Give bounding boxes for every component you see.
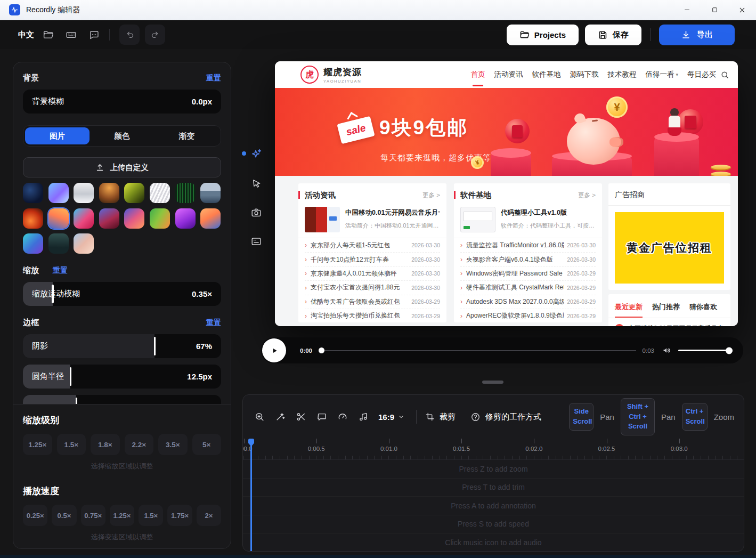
zoom-level-button[interactable]: 1.5× [57, 434, 86, 455]
slider-handle[interactable] [154, 337, 156, 355]
featured-item[interactable]: 代码整理小工具v1.0版 软件简介：代码整理小工具，可按指定行... [454, 205, 602, 238]
background-thumbnail[interactable] [99, 183, 119, 203]
speed-gauge-button[interactable] [336, 410, 349, 424]
border-reset-link[interactable]: 重置 [206, 318, 221, 328]
timeline-zoom-in-button[interactable] [253, 410, 266, 424]
background-type-tab[interactable]: 颜色 [90, 127, 154, 144]
background-thumbnail[interactable] [48, 233, 69, 254]
list-item[interactable]: › 京东部分人每天领1-5元红包 2026-03-30 [305, 238, 440, 252]
speed-button[interactable]: 0.25× [23, 505, 47, 526]
background-thumbnail[interactable] [74, 208, 94, 229]
undo-button[interactable] [119, 25, 140, 45]
maximize-button[interactable] [701, 0, 728, 20]
speed-button[interactable]: 1.75× [167, 505, 192, 526]
trim-help-button[interactable]: 修剪的工作方式 [470, 412, 541, 422]
export-button[interactable]: 导出 [659, 25, 735, 45]
featured-item[interactable]: 中国移动0.01元开网易云音乐月卡 活动简介：中国移动0.01元开通网易云音..… [298, 205, 446, 238]
list-item[interactable]: › 流量监控器 TrafficMonitor v1.86.0版 2026-03-… [460, 238, 596, 252]
list-item[interactable]: › 千问每天10点抢12元打车券 2026-03-30 [305, 252, 440, 266]
background-reset-link[interactable]: 重置 [206, 74, 221, 83]
projects-button[interactable]: Projects [507, 25, 579, 45]
save-button[interactable]: 保存 [585, 25, 641, 45]
background-thumbnail[interactable] [74, 183, 94, 203]
minimize-button[interactable] [673, 0, 701, 20]
timeline-hint-lane[interactable]: Press Z to add zoom [243, 460, 744, 479]
site-nav-item[interactable]: 软件基地▾ [532, 70, 560, 79]
camera-tool-button[interactable] [250, 206, 263, 219]
feedback-icon[interactable] [85, 26, 103, 44]
list-item[interactable]: › Windows密码管理 Password Safe v3.71.0版 202… [460, 266, 596, 280]
background-thumbnail[interactable] [48, 208, 69, 229]
zoom-level-button[interactable]: 1.25× [23, 434, 52, 455]
progress-playhead-dot[interactable] [319, 347, 324, 353]
zoom-reset-link[interactable]: 重置 [53, 266, 68, 276]
site-promo-banner[interactable]: sale 9块9包邮 每天都要来逛哦，超多优惠等着你 ¥ ¥ [275, 88, 738, 176]
background-thumbnail[interactable] [74, 233, 94, 254]
volume-icon[interactable] [662, 345, 672, 355]
list-item[interactable]: › 央视影音客户端v6.0.4.1绿色版 2026-03-30 [460, 252, 596, 266]
timeline-hint-lane[interactable]: Press A to add annotation [243, 497, 744, 515]
play-button[interactable] [262, 338, 286, 362]
open-folder-icon[interactable] [39, 26, 57, 44]
timeline-hint-lane[interactable]: Press S to add speed [243, 515, 744, 534]
shadow-slider[interactable]: 阴影 67% [23, 334, 221, 358]
background-blur-slider[interactable]: 背景模糊 0.0px [23, 90, 221, 114]
list-item[interactable]: › 优酷每天看广告领取会员或红包 2026-03-29 [305, 295, 440, 309]
background-thumbnail[interactable] [48, 183, 69, 203]
timeline-track-lanes[interactable]: Press Z to add zoom Press T to add trim … [243, 460, 744, 551]
background-thumbnail[interactable] [175, 208, 196, 229]
ranking-tab[interactable]: 猜你喜欢 [689, 302, 717, 312]
site-nav-item[interactable]: 首页▾ [470, 70, 485, 79]
video-preview-frame[interactable]: 虎 耀虎资源 YAOHUZIYUAN 首页▾ 活动资讯▾ 软件基地▾ 源码下载▾… [275, 61, 738, 326]
sidebar-scroll-area[interactable]: 背景 重置 背景模糊 0.0px 图片 颜色 渐变 上传自定义 [13, 62, 231, 404]
background-thumbnail[interactable] [124, 183, 144, 203]
background-thumbnail[interactable] [23, 208, 43, 229]
background-thumbnail[interactable] [99, 208, 119, 229]
cut-button[interactable] [294, 410, 307, 424]
ranking-tab[interactable]: 热门推荐 [652, 302, 680, 312]
keyboard-icon[interactable] [62, 26, 80, 44]
close-button[interactable] [728, 0, 756, 20]
timeline-hint-lane[interactable]: Click music icon to add audio [243, 533, 744, 552]
clipped-slider[interactable] [23, 395, 221, 404]
crop-button[interactable]: 裁剪 [425, 412, 456, 422]
slider-handle[interactable] [76, 398, 78, 404]
background-thumbnail[interactable] [150, 183, 170, 203]
corner-radius-slider[interactable]: 圆角半径 12.5px [23, 365, 221, 389]
upload-custom-button[interactable]: 上传自定义 [23, 157, 221, 177]
annotation-button[interactable] [315, 410, 328, 424]
zoom-motion-blur-slider[interactable]: 缩放运动模糊 0.35× [23, 282, 221, 306]
list-item[interactable]: › ApowerREC傲软录屏v1.8.0.9绿色版 2026-03-29 [460, 309, 596, 322]
background-thumbnail[interactable] [23, 183, 43, 203]
list-item[interactable]: › Autodesk 3DS Max 2027.0.0.0高级版 2026-03… [460, 295, 596, 309]
zoom-level-button[interactable]: 1.8× [91, 434, 120, 455]
site-nav-item[interactable]: 源码下载▾ [570, 70, 598, 79]
zoom-level-button[interactable]: 3.5× [158, 434, 188, 455]
site-search-icon[interactable] [720, 70, 729, 79]
magic-wand-button[interactable] [273, 410, 287, 424]
zoom-level-button[interactable]: 5× [192, 434, 222, 455]
volume-handle[interactable] [726, 347, 733, 354]
ad-banner[interactable]: 黄金广告位招租 [615, 212, 724, 284]
ranking-first-item[interactable]: 1 中国移动0.01元开网易云音乐月卡 [608, 318, 730, 326]
speed-button[interactable]: 1.25× [110, 505, 134, 526]
caption-tool-button[interactable] [250, 235, 263, 248]
slider-handle[interactable] [70, 367, 72, 386]
progress-track[interactable] [324, 350, 636, 351]
background-type-tab[interactable]: 渐变 [155, 127, 219, 144]
speed-button[interactable]: 1.5× [139, 505, 163, 526]
timeline-ruler[interactable]: 0:00.0 0:00.5 0:01.0 0:01.5 0:02.0 0:02.… [243, 439, 744, 460]
zoom-level-button[interactable]: 2.2× [125, 434, 154, 455]
site-nav-item[interactable]: 每日必买▾ [687, 70, 716, 79]
cursor-tool-button[interactable] [250, 177, 263, 190]
speed-button[interactable]: 0.75× [81, 505, 105, 526]
list-item[interactable]: › 支付宝农小宝首次提问得1.88元 2026-03-30 [305, 280, 440, 294]
more-link[interactable]: 更多 > [578, 191, 596, 199]
speed-button[interactable]: 2× [197, 505, 221, 526]
timeline-hint-lane[interactable]: Press T to add trim [243, 479, 744, 497]
panel-resize-handle[interactable] [482, 381, 503, 384]
volume-slider[interactable] [678, 350, 729, 352]
speed-button[interactable]: 0.5× [52, 505, 76, 526]
ai-effects-tool-button[interactable] [250, 148, 263, 160]
redo-button[interactable] [145, 25, 165, 45]
